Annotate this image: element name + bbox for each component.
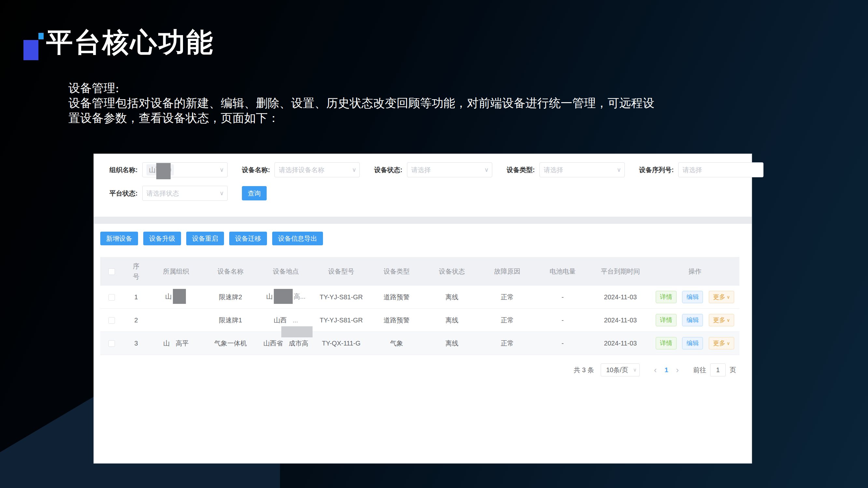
redaction-box [281,326,313,337]
cell-expire: 2024-11-03 [590,309,651,332]
table-row: 1 山 限速牌2 山高... TY-YJ-S81-GR 道路预警 离线 正常 -… [100,286,739,309]
goto-page-input[interactable] [710,363,726,377]
export-device-info-button[interactable]: 设备信息导出 [272,232,323,245]
cell-type: 气象 [369,332,424,355]
select-all-checkbox[interactable] [108,268,115,275]
goto-label: 前往 [693,366,706,375]
more-button[interactable]: 更多∨ [709,337,734,349]
chevron-down-icon: ∨ [727,318,730,323]
paragraph-line: 设备管理: [68,81,807,96]
detail-button[interactable]: 详情 [656,314,677,326]
cell-model: TY-QX-111-G [313,332,369,355]
device-name-select[interactable]: 请选择设备名称 ∨ [275,162,360,177]
more-button[interactable]: 更多∨ [709,314,734,326]
cell-location: 山高... [258,286,313,309]
th-org: 所属组织 [149,257,203,286]
device-name-label: 设备名称: [242,166,270,174]
cell-fault: 正常 [479,332,535,355]
chevron-down-icon: ∨ [633,367,637,373]
cell-battery: - [535,286,590,309]
cell-fault: 正常 [479,309,535,332]
th-fault: 故障原因 [479,257,535,286]
edit-button[interactable]: 编辑 [682,314,703,326]
row-checkbox[interactable] [108,317,115,324]
th-name: 设备名称 [203,257,258,286]
table-row: 3 山高平 气象一体机 山西省成市高 TY-QX-111-G 气象 离线 正常 … [100,332,739,355]
cell-org: 山 [149,286,203,309]
title-bullet-square-small-icon [38,33,43,39]
edit-button[interactable]: 编辑 [682,291,703,303]
search-button[interactable]: 查询 [242,186,267,200]
filter-device-name: 设备名称: 请选择设备名称 ∨ [242,162,360,177]
chevron-down-icon: ∨ [727,340,730,346]
cell-ops: 详情 编辑 更多∨ [651,309,739,332]
edit-button[interactable]: 编辑 [682,337,703,349]
chevron-down-icon: ∨ [219,190,224,197]
cell-type: 道路预警 [369,309,424,332]
device-type-label: 设备类型: [506,166,535,174]
redaction-box [173,289,186,304]
filter-section: 组织名称: 山西 × ∨ 设备名称: [94,154,752,217]
row-checkbox[interactable] [108,340,115,347]
cell-index: 3 [123,332,149,355]
migrate-device-button[interactable]: 设备迁移 [229,232,267,245]
cell-model: TY-YJ-S81-GR [313,286,369,309]
table-row: 2 限速牌1 山西... TY-YJ-S81-GR 道路预警 离线 正常 - 2… [100,309,739,332]
paragraph-line: 置设备参数，查看设备状态，页面如下： [68,110,807,126]
platform-status-placeholder: 请选择状态 [147,189,179,198]
cell-status: 离线 [424,309,479,332]
cell-location: 山西... [258,309,313,332]
cell-battery: - [535,332,590,355]
cell-expire: 2024-11-03 [590,332,651,355]
cell-index: 2 [123,309,149,332]
chevron-down-icon: ∨ [485,166,489,173]
device-type-placeholder: 请选择 [544,166,563,174]
page-number-1[interactable]: 1 [664,366,668,374]
table-header-row: 序号 所属组织 设备名称 设备地点 设备型号 设备类型 设备状态 故障原因 电池… [100,257,739,286]
section-divider [94,217,752,224]
device-type-select[interactable]: 请选择 ∨ [539,162,625,177]
serial-input[interactable] [678,162,764,177]
slide-background: 平台核心功能 设备管理: 设备管理包括对设备的新建、编辑、删除、设置、历史状态改… [0,0,868,488]
cell-name: 限速牌1 [203,309,258,332]
cell-name: 气象一体机 [203,332,258,355]
th-expire: 平台到期时间 [590,257,651,286]
filter-device-status: 设备状态: 请选择 ∨ [374,162,492,177]
next-page-button[interactable]: › [676,366,679,374]
th-location: 设备地点 [258,257,313,286]
th-ops: 操作 [651,257,739,286]
detail-button[interactable]: 详情 [656,291,677,303]
chevron-down-icon: ∨ [617,166,621,173]
reboot-device-button[interactable]: 设备重启 [186,232,224,245]
cell-org [149,309,203,332]
cell-model: TY-YJ-S81-GR [313,309,369,332]
filter-device-type: 设备类型: 请选择 ∨ [506,162,625,177]
pagination: 共 3 条 10条/页 ∨ ‹ 1 › 前往 页 [94,363,736,377]
title-bullet-square-icon [24,40,38,60]
slide-paragraph: 设备管理: 设备管理包括对设备的新建、编辑、删除、设置、历史状态改变回顾等功能，… [68,81,807,126]
device-status-select[interactable]: 请选择 ∨ [407,162,492,177]
device-name-placeholder: 请选择设备名称 [279,166,324,174]
chevron-down-icon: ∨ [352,166,356,173]
th-battery: 电池电量 [535,257,590,286]
chevron-down-icon: ∨ [727,294,730,300]
cell-fault: 正常 [479,286,535,309]
paragraph-line: 设备管理包括对设备的新建、编辑、删除、设置、历史状态改变回顾等功能，对前端设备进… [68,96,807,110]
device-table: 序号 所属组织 设备名称 设备地点 设备型号 设备类型 设备状态 故障原因 电池… [100,257,745,355]
redaction-box [156,163,170,179]
page-size-select[interactable]: 10条/页 ∨ [601,363,640,377]
page-title: 平台核心功能 [46,25,214,61]
add-device-button[interactable]: 新增设备 [100,232,138,245]
cell-ops: 详情 编辑 更多∨ [651,286,739,309]
org-select[interactable]: 山西 × ∨ [142,162,227,177]
platform-status-select[interactable]: 请选择状态 ∨ [142,186,227,201]
row-checkbox[interactable] [108,294,115,301]
cell-ops: 详情 编辑 更多∨ [651,332,739,355]
prev-page-button[interactable]: ‹ [654,366,657,374]
platform-status-label: 平台状态: [110,189,138,198]
more-button[interactable]: 更多∨ [709,291,734,303]
device-management-screenshot: 组织名称: 山西 × ∨ 设备名称: [93,154,752,464]
detail-button[interactable]: 详情 [656,337,677,349]
org-label: 组织名称: [110,166,138,174]
upgrade-device-button[interactable]: 设备升级 [143,232,181,245]
